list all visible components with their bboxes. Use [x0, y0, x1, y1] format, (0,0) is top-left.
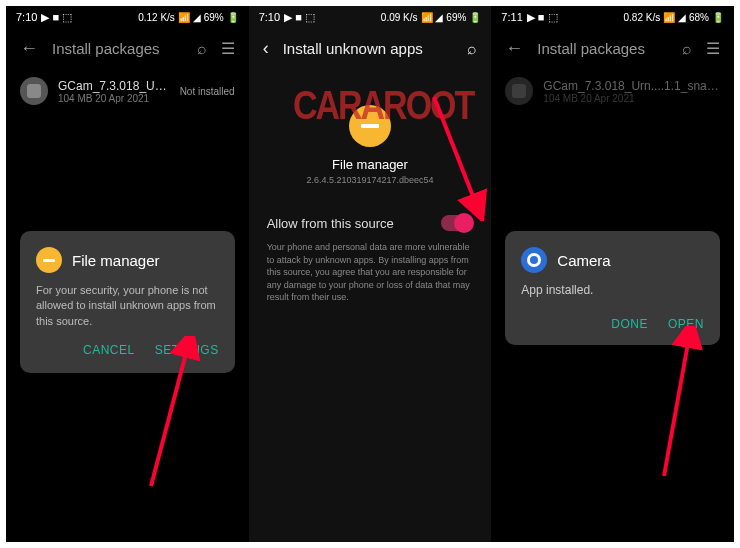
- search-icon[interactable]: ⌕: [467, 40, 477, 58]
- apk-meta: 104 MB 20 Apr 2021: [543, 93, 720, 104]
- page-title: Install packages: [52, 40, 183, 57]
- back-icon[interactable]: ←: [505, 38, 523, 59]
- settings-button[interactable]: SETTINGS: [155, 343, 219, 357]
- apk-list-item[interactable]: GCam_7.3.018_Urn....1.1_snapcam.apk 104 …: [6, 69, 249, 113]
- battery-pct: 68%: [689, 12, 709, 23]
- dialog-body: App installed.: [521, 283, 704, 297]
- filter-icon[interactable]: ☰: [706, 39, 720, 58]
- search-icon[interactable]: ⌕: [197, 40, 207, 58]
- app-name: File manager: [249, 157, 492, 172]
- phone-screen-2: CARAROOT 7:10 ▶ ■ ⬚ 0.09 K/s 📶 ◢ 69% 🔋 ‹…: [249, 6, 492, 542]
- apk-filename: GCam_7.3.018_Urn....1.1_snapcam.apk: [58, 79, 170, 93]
- search-icon[interactable]: ⌕: [682, 40, 692, 58]
- phone-screen-3: 7:11 ▶ ■ ⬚ 0.82 K/s 📶 ◢ 68% 🔋 ← Install …: [491, 6, 734, 542]
- warning-text: Your phone and personal data are more vu…: [249, 241, 492, 304]
- page-title: Install packages: [537, 40, 668, 57]
- allow-source-row[interactable]: Allow from this source: [249, 199, 492, 241]
- apk-list-item[interactable]: GCam_7.3.018_Urn....1.1_snapcam.apk 104 …: [491, 69, 734, 113]
- apk-meta: 104 MB 20 Apr 2021: [58, 93, 170, 104]
- back-icon[interactable]: ‹: [263, 38, 269, 59]
- allow-source-toggle[interactable]: [441, 215, 473, 231]
- apk-status: Not installed: [180, 86, 235, 97]
- app-version: 2.6.4.5.210319174217.dbeec54: [249, 175, 492, 185]
- header: ‹ Install unknown apps ⌕: [249, 28, 492, 69]
- back-icon[interactable]: ←: [20, 38, 38, 59]
- header: ← Install packages ⌕ ☰: [6, 28, 249, 69]
- status-bar: 7:10 ▶ ■ ⬚ 0.12 K/s 📶 ◢ 69% 🔋: [6, 6, 249, 28]
- dialog-title: File manager: [72, 252, 160, 269]
- battery-pct: 69%: [446, 12, 466, 23]
- apk-filename: GCam_7.3.018_Urn....1.1_snapcam.apk: [543, 79, 720, 93]
- file-manager-icon: [36, 247, 62, 273]
- watermark: CARAROOT: [293, 82, 473, 129]
- header: ← Install packages ⌕ ☰: [491, 28, 734, 69]
- status-bar: 7:11 ▶ ■ ⬚ 0.82 K/s 📶 ◢ 68% 🔋: [491, 6, 734, 28]
- apk-icon: [505, 77, 533, 105]
- status-time: 7:11: [501, 11, 522, 23]
- install-blocked-dialog: File manager For your security, your pho…: [20, 231, 235, 373]
- toggle-label: Allow from this source: [267, 216, 394, 231]
- cancel-button[interactable]: CANCEL: [83, 343, 135, 357]
- status-time: 7:10: [16, 11, 37, 23]
- phone-screen-1: 7:10 ▶ ■ ⬚ 0.12 K/s 📶 ◢ 69% 🔋 ← Install …: [6, 6, 249, 542]
- status-bar: 7:10 ▶ ■ ⬚ 0.09 K/s 📶 ◢ 69% 🔋: [249, 6, 492, 28]
- install-success-dialog: Camera App installed. DONE OPEN: [505, 231, 720, 345]
- page-title: Install unknown apps: [283, 40, 454, 57]
- apk-icon: [20, 77, 48, 105]
- battery-pct: 69%: [204, 12, 224, 23]
- arrow-annotation: [646, 326, 706, 486]
- filter-icon[interactable]: ☰: [221, 39, 235, 58]
- camera-icon: [521, 247, 547, 273]
- done-button[interactable]: DONE: [611, 317, 648, 331]
- status-time: 7:10: [259, 11, 280, 23]
- dialog-body: For your security, your phone is not all…: [36, 283, 219, 329]
- svg-line-5: [664, 332, 690, 476]
- open-button[interactable]: OPEN: [668, 317, 704, 331]
- dialog-title: Camera: [557, 252, 610, 269]
